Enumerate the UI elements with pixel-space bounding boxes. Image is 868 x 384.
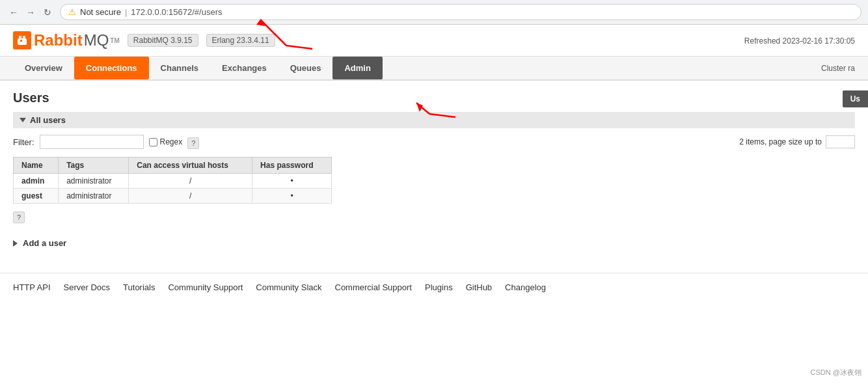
- all-users-label: All users: [30, 115, 66, 125]
- table-row: guest administrator / •: [14, 189, 332, 204]
- admin-user-link[interactable]: admin: [21, 176, 44, 185]
- erlang-version-badge: Erlang 23.3.4.11: [206, 34, 275, 47]
- rabbitmq-version-badge: RabbitMQ 3.9.15: [128, 34, 198, 47]
- regex-checkbox[interactable]: [149, 138, 157, 146]
- regex-label-text: Regex: [160, 137, 183, 146]
- filter-input[interactable]: [40, 135, 144, 149]
- svg-rect-2: [23, 36, 25, 40]
- back-button[interactable]: ←: [7, 5, 21, 20]
- nav-tabs: Overview Connections Channels Exchanges …: [0, 57, 868, 81]
- footer-link-community-slack[interactable]: Community Slack: [256, 282, 321, 292]
- col-header-password: Has password: [252, 158, 332, 174]
- right-sidebar-button[interactable]: Us: [843, 90, 868, 107]
- page-size-input[interactable]: 100: [826, 135, 855, 148]
- logo-mq-text: MQ: [84, 31, 109, 49]
- footer-link-github[interactable]: GitHub: [466, 282, 492, 292]
- logo-icon: [13, 31, 31, 49]
- users-table: Name Tags Can access virtual hosts Has p…: [13, 157, 332, 204]
- logo[interactable]: RabbitMQTM: [13, 31, 120, 49]
- browser-nav-buttons: ← → ↻: [7, 5, 55, 20]
- rabbit-svg: [16, 34, 28, 46]
- browser-chrome: ← → ↻ ⚠ Not secure | 172.0.0.0:15672/#/u…: [0, 0, 868, 25]
- footer-link-tutorials[interactable]: Tutorials: [123, 282, 155, 292]
- refresh-button[interactable]: ↻: [40, 5, 55, 20]
- items-info: 2 items, page size up to 100: [739, 135, 855, 148]
- add-user-section[interactable]: Add a user: [13, 233, 855, 253]
- filter-row: Filter: Regex ? 2 items, page size up to…: [13, 135, 855, 149]
- table-header-row: Name Tags Can access virtual hosts Has p…: [14, 158, 332, 174]
- address-bar[interactable]: ⚠ Not secure | 172.0.0.0:15672/#/users: [60, 4, 861, 20]
- logo-tm-text: TM: [110, 37, 119, 44]
- forward-button[interactable]: →: [23, 5, 38, 20]
- add-user-label: Add a user: [23, 238, 66, 248]
- guest-tags: administrator: [59, 189, 129, 204]
- footer-link-plugins[interactable]: Plugins: [425, 282, 453, 292]
- cluster-info: Cluster ra: [821, 64, 855, 73]
- watermark: CSDN @冰夜翎: [811, 368, 861, 377]
- footer-link-commercial-support[interactable]: Commercial Support: [335, 282, 413, 292]
- admin-password: •: [252, 174, 332, 189]
- admin-tags: administrator: [59, 174, 129, 189]
- guest-user-link[interactable]: guest: [21, 191, 42, 200]
- col-header-name: Name: [14, 158, 59, 174]
- col-header-tags: Tags: [59, 158, 129, 174]
- refresh-timestamp: Refreshed 2023-02-16 17:30:05: [744, 36, 855, 46]
- logo-area: RabbitMQTM RabbitMQ 3.9.15 Erlang 23.3.4…: [13, 31, 275, 49]
- tab-queues[interactable]: Queues: [278, 57, 333, 79]
- url-text: 172.0.0.0:15672/#/users: [131, 7, 222, 17]
- main-content: Us Users All users Filter: Regex ? 2 ite…: [0, 81, 868, 273]
- security-warning-text: Not secure: [80, 7, 121, 17]
- regex-checkbox-label[interactable]: Regex: [149, 137, 183, 146]
- svg-rect-3: [20, 40, 22, 42]
- footer-link-community-support[interactable]: Community Support: [168, 282, 243, 292]
- all-users-section-header[interactable]: All users: [13, 112, 855, 128]
- rabbitmq-header: RabbitMQTM RabbitMQ 3.9.15 Erlang 23.3.4…: [0, 25, 868, 57]
- page-title: Users: [13, 90, 855, 105]
- page-wrapper: ← → ↻ ⚠ Not secure | 172.0.0.0:15672/#/u…: [0, 0, 868, 384]
- footer-link-http-api[interactable]: HTTP API: [13, 282, 51, 292]
- tab-exchanges[interactable]: Exchanges: [210, 57, 278, 79]
- items-count-text: 2 items, page size up to: [739, 137, 822, 146]
- tab-overview[interactable]: Overview: [13, 57, 74, 79]
- tab-channels[interactable]: Channels: [149, 57, 211, 79]
- expand-icon: [13, 240, 18, 247]
- tab-admin[interactable]: Admin: [332, 57, 382, 79]
- col-header-vhosts: Can access virtual hosts: [129, 158, 252, 174]
- guest-password: •: [252, 189, 332, 204]
- user-name-admin: admin: [14, 174, 59, 189]
- regex-help-button[interactable]: ?: [187, 137, 199, 149]
- footer: HTTP API Server Docs Tutorials Community…: [0, 273, 868, 301]
- footer-link-server-docs[interactable]: Server Docs: [64, 282, 111, 292]
- table-row: admin administrator / •: [14, 174, 332, 189]
- svg-rect-1: [19, 36, 21, 40]
- refresh-info: Refreshed 2023-02-16 17:30:05: [744, 36, 855, 46]
- table-help-button[interactable]: ?: [13, 212, 25, 223]
- guest-vhosts: /: [129, 189, 252, 204]
- admin-vhosts: /: [129, 174, 252, 189]
- logo-rabbit-text: Rabbit: [34, 31, 83, 49]
- filter-label: Filter:: [13, 137, 34, 147]
- collapse-icon: [20, 118, 26, 122]
- user-name-guest: guest: [14, 189, 59, 204]
- footer-link-changelog[interactable]: Changelog: [505, 282, 546, 292]
- security-warning-icon: ⚠: [68, 7, 76, 17]
- tab-connections[interactable]: Connections: [74, 57, 149, 79]
